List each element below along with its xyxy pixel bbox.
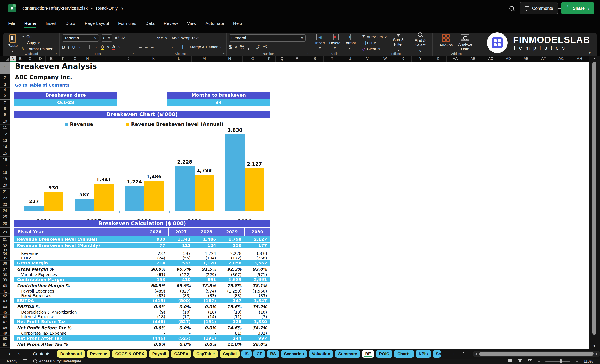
- cells-format-button[interactable]: ■Format∨: [342, 34, 357, 51]
- column-header-V[interactable]: V: [359, 56, 376, 62]
- accessibility-status[interactable]: Accessibility: Investigate: [33, 359, 81, 363]
- new-sheet-button[interactable]: +: [451, 351, 457, 357]
- sheet-tab-be[interactable]: BE: [362, 350, 374, 358]
- align-top-icon[interactable]: ≡: [139, 36, 142, 40]
- table-row[interactable]: Net Profit Before Tax(446)(527)(191)3261…: [14, 319, 270, 325]
- align-center-icon[interactable]: ≡: [145, 45, 148, 49]
- row-number-23[interactable]: 23: [0, 201, 10, 208]
- clipboard-dialog-launcher[interactable]: ↘: [55, 52, 58, 55]
- row-number-24[interactable]: 24: [0, 208, 10, 214]
- menu-tab-page-layout[interactable]: Page Layout: [85, 21, 109, 28]
- sheet-tab-sc[interactable]: Sc: [433, 350, 441, 358]
- row-number-35[interactable]: 35: [0, 256, 10, 261]
- decrease-decimal-icon[interactable]: .00→.0: [262, 45, 267, 50]
- sheet-tab-is[interactable]: IS: [242, 350, 252, 358]
- sheet-tab-summary[interactable]: Summary: [335, 350, 360, 358]
- table-row[interactable]: EBITDA(419)(500)(167)3471,347: [14, 298, 270, 304]
- sheet-tab-roic[interactable]: ROIC: [376, 350, 393, 358]
- row-number-12[interactable]: 12: [0, 131, 10, 137]
- column-header-J[interactable]: J: [116, 56, 141, 62]
- menu-tab-review[interactable]: Review: [164, 21, 178, 28]
- row-number-45[interactable]: 45: [0, 310, 10, 315]
- column-header-Q[interactable]: Q: [276, 56, 288, 62]
- cut-button[interactable]: ✂Cut: [21, 34, 53, 39]
- underline-button[interactable]: U: [72, 45, 75, 50]
- row-number-1[interactable]: 1: [0, 62, 10, 74]
- column-header-F[interactable]: F: [57, 56, 69, 62]
- autosum-button[interactable]: ΣAutoSum∨: [362, 34, 387, 40]
- fiscal-year-header-row[interactable]: Fiscal Year 20262027202820292030: [14, 228, 270, 236]
- menu-tab-data[interactable]: Data: [145, 21, 154, 28]
- row-number-16[interactable]: 16: [0, 157, 10, 163]
- column-header-AB[interactable]: AB: [464, 56, 482, 62]
- increase-font-icon[interactable]: A∧: [114, 35, 119, 41]
- row-number-9[interactable]: 9: [0, 111, 10, 118]
- currency-format-icon[interactable]: $: [229, 44, 232, 50]
- row-number-5[interactable]: 5: [0, 92, 10, 99]
- align-middle-icon[interactable]: ≡: [144, 36, 147, 40]
- menu-tab-insert[interactable]: Insert: [46, 21, 56, 28]
- font-color-icon[interactable]: A: [112, 44, 115, 50]
- menu-tab-home[interactable]: Home: [24, 21, 36, 28]
- borders-icon[interactable]: [87, 45, 93, 49]
- scroll-right-icon[interactable]: ▶: [596, 352, 598, 355]
- sheet-tab-cf[interactable]: CF: [253, 350, 265, 358]
- row-number-8[interactable]: 8: [0, 106, 10, 111]
- row-number-19[interactable]: 19: [0, 176, 10, 182]
- column-header-Y[interactable]: Y: [412, 56, 429, 62]
- table-row[interactable]: COGS(24)(55)(104)(172)(268): [14, 256, 270, 260]
- scroll-up-icon[interactable]: ▲: [593, 57, 596, 61]
- chevron-down-icon[interactable]: ∨: [121, 6, 123, 10]
- sheet-tab-capital[interactable]: Capital: [220, 350, 240, 358]
- sheet-tab-revenue[interactable]: Revenue: [87, 350, 110, 358]
- copy-button[interactable]: Copy∨: [21, 40, 53, 45]
- calc-banner[interactable]: Breakeven Calculation ($'000): [14, 220, 270, 227]
- sheet-tab-scenarios[interactable]: Scenarios: [281, 350, 307, 358]
- zoom-out-icon[interactable]: −: [538, 359, 540, 364]
- column-header-AA[interactable]: AA: [447, 56, 464, 62]
- sheet-title[interactable]: Breakeven Analysis: [15, 62, 97, 71]
- row-number-31[interactable]: 31: [0, 237, 10, 243]
- column-header-D[interactable]: D: [35, 56, 46, 62]
- table-row[interactable]: Gross Margin %90.0%90.7%91.5%92.3%93.0%: [14, 266, 270, 272]
- increase-decimal-icon[interactable]: ←.0.00: [255, 45, 260, 50]
- table-row[interactable]: Net Profit Before Tax %0.0%0.0%0.0%14.6%…: [14, 325, 270, 331]
- vertical-scrollbar[interactable]: ▲ ▼: [589, 56, 600, 349]
- column-header-AC[interactable]: AC: [482, 56, 500, 62]
- table-row[interactable]: [14, 249, 270, 251]
- row-number-10[interactable]: 10: [0, 118, 10, 125]
- analyze-data-button[interactable]: Analyze Data: [457, 34, 473, 51]
- row-number-4[interactable]: 4: [0, 88, 10, 92]
- row-number-41[interactable]: 41: [0, 289, 10, 293]
- column-header-AG[interactable]: AG: [553, 56, 570, 62]
- horizontal-scroll-thumb[interactable]: [479, 352, 594, 355]
- row-number-40[interactable]: 40: [0, 283, 10, 289]
- font-dialog-launcher[interactable]: ↘: [132, 52, 135, 55]
- row-number-49[interactable]: 49: [0, 331, 10, 336]
- row-number-14[interactable]: 14: [0, 144, 10, 150]
- cells-delete-button[interactable]: ×Delete∨: [328, 34, 342, 51]
- sheet-tab-cogs-opex[interactable]: COGS & OPEX: [112, 350, 147, 358]
- row-number-3[interactable]: 3: [0, 82, 10, 88]
- tab-options-icon[interactable]: ⋮: [459, 351, 468, 357]
- macro-record-icon[interactable]: [23, 359, 28, 363]
- comments-button[interactable]: Comments: [520, 2, 558, 14]
- table-row[interactable]: Payroll Expenses(489)(827)(974)(1,259)(1…: [14, 289, 270, 293]
- table-row[interactable]: Corporate Tax Expense---(81)(332): [14, 331, 270, 336]
- row-number-37[interactable]: 37: [0, 266, 10, 273]
- sheet-tab-contents[interactable]: Contents: [25, 350, 56, 358]
- row-number-39[interactable]: 39: [0, 277, 10, 283]
- row-number-33[interactable]: 33: [0, 249, 10, 251]
- column-header-AF[interactable]: AF: [535, 56, 553, 62]
- column-header-AH[interactable]: AH: [570, 56, 589, 62]
- table-row[interactable]: Gross Margin2145331,1202,0563,562: [14, 260, 270, 266]
- table-row[interactable]: Variable Expenses(61)(122)(229)(367)(571…: [14, 272, 270, 277]
- table-row[interactable]: Net Profit After Tax %0.0%0.0%0.0%11.0%2…: [14, 341, 270, 347]
- scroll-left-icon[interactable]: ◀: [475, 352, 477, 355]
- align-left-icon[interactable]: ≡: [139, 45, 142, 49]
- row-number-21[interactable]: 21: [0, 189, 10, 195]
- column-header-AE[interactable]: AE: [517, 56, 535, 62]
- column-header-B[interactable]: B: [16, 56, 25, 62]
- percent-format-icon[interactable]: %: [240, 44, 244, 50]
- sheet-tab-captable[interactable]: CapTable: [193, 350, 218, 358]
